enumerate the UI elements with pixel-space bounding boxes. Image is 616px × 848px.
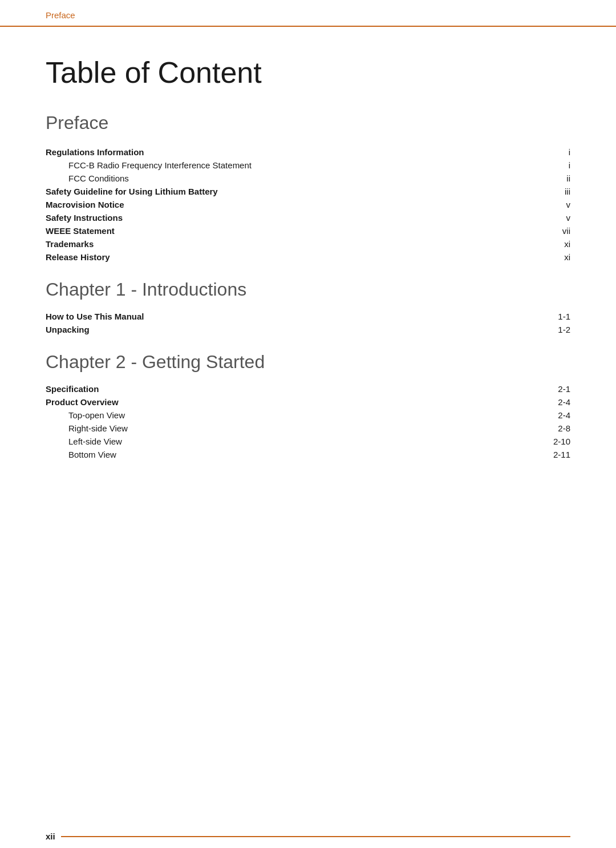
toc-dots [112,260,545,260]
toc-dots [127,418,545,418]
toc-entry-page: iii [548,187,570,196]
toc-dots [121,405,545,405]
chapter2-entries: Specification2-1Product Overview2-4Top-o… [46,384,570,459]
toc-entry-label: FCC Conditions [46,173,129,183]
toc-entry: Release Historyxi [46,252,570,262]
preface-heading: Preface [46,112,570,134]
toc-dots [125,220,545,221]
page-title: Table of Content [46,55,570,90]
toc-entry-label: Right-side View [46,423,128,433]
toc-entry-page: v [548,213,570,223]
toc-entry-page: ii [548,173,570,183]
toc-entry-label: FCC-B Radio Frequency Interference State… [46,160,252,170]
toc-entry: Bottom View2-11 [46,450,570,459]
toc-dots [92,332,545,333]
toc-entry-page: 2-10 [548,437,570,446]
toc-entry-label: Safety Guideline for Using Lithium Batte… [46,187,218,196]
toc-entry-label: Release History [46,252,110,262]
toc-entry-label: Specification [46,384,99,394]
toc-entry: Product Overview2-4 [46,397,570,407]
preface-entries: Regulations InformationiFCC-B Radio Freq… [46,147,570,262]
footer-page-label: xii [46,831,55,841]
toc-entry: Left-side View2-10 [46,437,570,446]
chapter1-section: Chapter 1 - Introductions How to Use Thi… [46,279,570,334]
toc-entry: Regulations Informationi [46,147,570,157]
toc-dots [119,457,545,458]
toc-entry: FCC Conditionsii [46,173,570,183]
toc-entry: Specification2-1 [46,384,570,394]
toc-entry: FCC-B Radio Frequency Interference State… [46,160,570,170]
toc-entry-label: Safety Instructions [46,213,123,223]
toc-entry-label: WEEE Statement [46,226,115,236]
toc-dots [131,181,545,181]
header-label: Preface [46,10,75,26]
toc-entry-page: 1-1 [548,312,570,321]
toc-dots [220,194,545,195]
main-content: Table of Content Preface Regulations Inf… [0,27,616,505]
toc-entry: Safety Guideline for Using Lithium Batte… [46,187,570,196]
toc-entry-label: Trademarks [46,239,94,249]
toc-entry-label: Product Overview [46,397,119,407]
chapter2-section: Chapter 2 - Getting Started Specificatio… [46,352,570,459]
toc-entry-label: Top-open View [46,410,125,420]
footer-line [61,836,570,837]
toc-entry-page: 2-1 [548,384,570,394]
toc-entry: Safety Instructionsv [46,213,570,223]
toc-entry-label: Unpacking [46,325,90,334]
toc-entry-page: i [548,160,570,170]
footer: xii [0,825,616,848]
toc-entry-page: 2-8 [548,423,570,433]
toc-entry-page: 2-4 [548,410,570,420]
preface-section: Preface Regulations InformationiFCC-B Ra… [46,112,570,262]
toc-dots [101,391,545,392]
toc-dots [147,155,546,155]
toc-dots [117,233,545,234]
toc-entry-page: 1-2 [548,325,570,334]
toc-dots [127,207,545,208]
toc-dots [147,319,545,320]
toc-entry: WEEE Statementvii [46,226,570,236]
toc-entry-page: i [548,147,570,157]
chapter1-entries: How to Use This Manual1-1Unpacking1-2 [46,312,570,334]
toc-entry: Top-open View2-4 [46,410,570,420]
toc-entry-label: Macrovision Notice [46,200,124,209]
toc-entry: Right-side View2-8 [46,423,570,433]
toc-entry-label: Regulations Information [46,147,144,157]
toc-entry-page: xi [548,252,570,262]
toc-dots [130,431,545,431]
toc-entry-page: 2-4 [548,397,570,407]
toc-dots [254,168,545,168]
page-container: Preface Table of Content Preface Regulat… [0,0,616,848]
toc-entry: Macrovision Noticev [46,200,570,209]
toc-entry-page: vii [548,226,570,236]
toc-entry-label: Left-side View [46,437,122,446]
toc-dots [96,247,545,247]
toc-entry-page: v [548,200,570,209]
toc-dots [124,444,545,445]
chapter1-heading: Chapter 1 - Introductions [46,279,570,300]
toc-entry: How to Use This Manual1-1 [46,312,570,321]
toc-entry: Trademarksxi [46,239,570,249]
toc-entry-label: Bottom View [46,450,116,459]
toc-entry-page: 2-11 [548,450,570,459]
chapter2-heading: Chapter 2 - Getting Started [46,352,570,373]
toc-entry-label: How to Use This Manual [46,312,144,321]
header-bar: Preface [0,0,616,27]
toc-entry-page: xi [548,239,570,249]
toc-entry: Unpacking1-2 [46,325,570,334]
